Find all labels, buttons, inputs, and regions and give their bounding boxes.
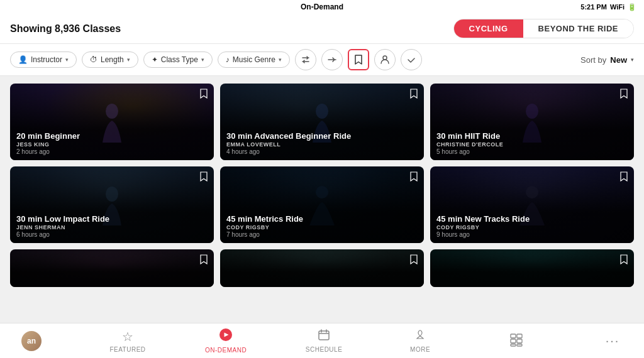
chevron-down-icon: ▾: [279, 57, 282, 63]
nav-on-demand-label: ON-DEMAND: [205, 347, 247, 354]
sort-chevron-icon: ▾: [631, 57, 634, 63]
class-grid: 20 min Beginner JESS KING 2 hours ago 30…: [10, 84, 634, 287]
nav-more[interactable]: MORE: [401, 328, 439, 353]
class-card[interactable]: 20 min Beginner JESS KING 2 hours ago: [10, 84, 214, 160]
bookmark-icon[interactable]: [200, 171, 208, 184]
filter-swap-btn[interactable]: [295, 49, 316, 70]
bookmark-icon[interactable]: [200, 89, 208, 101]
tab-beyond-the-ride[interactable]: BEYOND THE RIDE: [523, 19, 633, 38]
class-card[interactable]: 30 min Low Impact Ride JENN SHERMAN 6 ho…: [10, 166, 214, 243]
svg-point-2: [316, 104, 328, 119]
class-card[interactable]: 30 min HIIT Ride CHRISTINE D'ERCOLE 5 ho…: [430, 84, 634, 160]
svg-rect-14: [517, 344, 522, 346]
nav-on-demand[interactable]: ON-DEMAND: [205, 328, 247, 354]
filter-music-label: Music Genre: [233, 55, 275, 64]
nav-grid-view[interactable]: [497, 333, 535, 349]
card-instructor: CHRISTINE D'ERCOLE: [436, 141, 628, 148]
card-instructor: JESS KING: [16, 141, 208, 148]
card-info: 30 min HIIT Ride CHRISTINE D'ERCOLE 5 ho…: [430, 126, 634, 160]
filter-length[interactable]: ⏱ Length ▾: [82, 52, 138, 68]
svg-rect-11: [511, 339, 516, 343]
chevron-down-icon: ▾: [65, 57, 69, 63]
class-type-icon: ✦: [152, 55, 158, 64]
filter-instructor[interactable]: 👤 Instructor ▾: [10, 52, 77, 68]
bookmark-icon[interactable]: [410, 171, 418, 184]
avatar: an: [21, 331, 42, 351]
bookmark-icon[interactable]: [620, 254, 628, 267]
svg-point-4: [106, 187, 118, 202]
on-demand-icon: [219, 328, 233, 345]
card-title: 20 min Beginner: [16, 131, 208, 141]
filter-instructor-label: Instructor: [31, 55, 62, 64]
card-time: 6 hours ago: [16, 231, 208, 238]
card-instructor: CODY RIGSBY: [436, 224, 628, 231]
svg-point-5: [316, 186, 328, 198]
nav-schedule-label: SCHEDULE: [306, 346, 342, 353]
filter-arrows-btn[interactable]: [321, 49, 343, 70]
svg-rect-12: [517, 339, 522, 343]
music-icon: ♪: [226, 55, 230, 64]
arrows-icon: [327, 55, 337, 65]
swap-icon: [301, 55, 311, 65]
class-card[interactable]: [10, 249, 214, 287]
showing-count: Showing 8,936 Classes: [10, 23, 121, 35]
bookmark-icon[interactable]: [620, 89, 628, 101]
class-card[interactable]: 45 min Metrics Ride CODY RIGSBY 7 hours …: [220, 166, 424, 243]
battery-icon: 🔋: [628, 3, 636, 11]
card-time: 7 hours ago: [226, 231, 418, 238]
svg-rect-9: [511, 334, 516, 338]
bookmark-icon[interactable]: [200, 254, 208, 267]
sort-value[interactable]: New: [610, 55, 627, 65]
filter-class-type-label: Class Type: [161, 55, 198, 64]
nav-overflow[interactable]: ···: [594, 334, 631, 348]
nav-schedule[interactable]: SCHEDULE: [305, 328, 343, 353]
class-card[interactable]: 30 min Advanced Beginner Ride EMMA LOVEW…: [220, 84, 424, 160]
more-icon: [414, 328, 426, 344]
sort-label: Sort by: [580, 55, 606, 65]
nav-profile[interactable]: an: [13, 331, 50, 351]
schedule-icon: [318, 328, 330, 344]
class-card[interactable]: [220, 249, 424, 287]
card-info: 20 min Beginner JESS KING 2 hours ago: [10, 126, 214, 160]
card-info: 45 min New Tracks Ride CODY RIGSBY 9 hou…: [430, 209, 634, 243]
class-card[interactable]: 45 min New Tracks Ride CODY RIGSBY 9 hou…: [430, 166, 634, 243]
bookmark-icon[interactable]: [410, 254, 418, 267]
chevron-down-icon: ▾: [201, 57, 204, 63]
svg-point-0: [383, 56, 387, 60]
status-bar: On-Demand 5:21 PM WiFi 🔋: [0, 0, 644, 14]
filter-class-type[interactable]: ✦ Class Type ▾: [143, 52, 213, 68]
card-info: 30 min Advanced Beginner Ride EMMA LOVEW…: [220, 126, 424, 160]
filter-person-btn[interactable]: [374, 49, 396, 70]
svg-point-1: [106, 104, 118, 119]
sort-group: Sort by New ▾: [580, 55, 634, 65]
filter-bookmark-btn[interactable]: [348, 49, 369, 70]
svg-point-3: [526, 104, 538, 119]
class-card[interactable]: [430, 249, 634, 287]
tab-cycling[interactable]: CYCLING: [454, 19, 523, 38]
check-icon: [406, 55, 416, 65]
header: Showing 8,936 Classes CYCLING BEYOND THE…: [0, 14, 644, 44]
card-instructor: CODY RIGSBY: [226, 224, 418, 231]
card-title: 30 min HIIT Ride: [436, 131, 628, 141]
filter-music-genre[interactable]: ♪ Music Genre ▾: [218, 52, 290, 68]
bookmark-icon[interactable]: [410, 89, 418, 101]
grid-view-icon: [509, 333, 523, 349]
bookmark-icon[interactable]: [620, 171, 628, 184]
card-time: 9 hours ago: [436, 231, 628, 238]
bookmark-icon: [354, 54, 363, 65]
status-time: On-Demand: [301, 3, 343, 11]
chevron-down-icon: ▾: [127, 57, 130, 63]
length-icon: ⏱: [90, 55, 97, 64]
svg-rect-8: [319, 331, 329, 340]
svg-point-6: [526, 186, 538, 198]
nav-featured[interactable]: ☆ FEATURED: [109, 329, 147, 353]
main-content: 20 min Beginner JESS KING 2 hours ago 30…: [0, 76, 644, 295]
nav-featured-label: FEATURED: [109, 346, 145, 353]
filter-check-btn[interactable]: [401, 49, 422, 70]
bottom-nav: an ☆ FEATURED ON-DEMAND SCHEDULE: [0, 323, 644, 358]
filter-length-label: Length: [101, 55, 124, 64]
card-info: 30 min Low Impact Ride JENN SHERMAN 6 ho…: [10, 209, 214, 243]
card-time: 4 hours ago: [226, 148, 418, 155]
instructor-icon: 👤: [18, 55, 28, 64]
card-time: 5 hours ago: [436, 148, 628, 155]
